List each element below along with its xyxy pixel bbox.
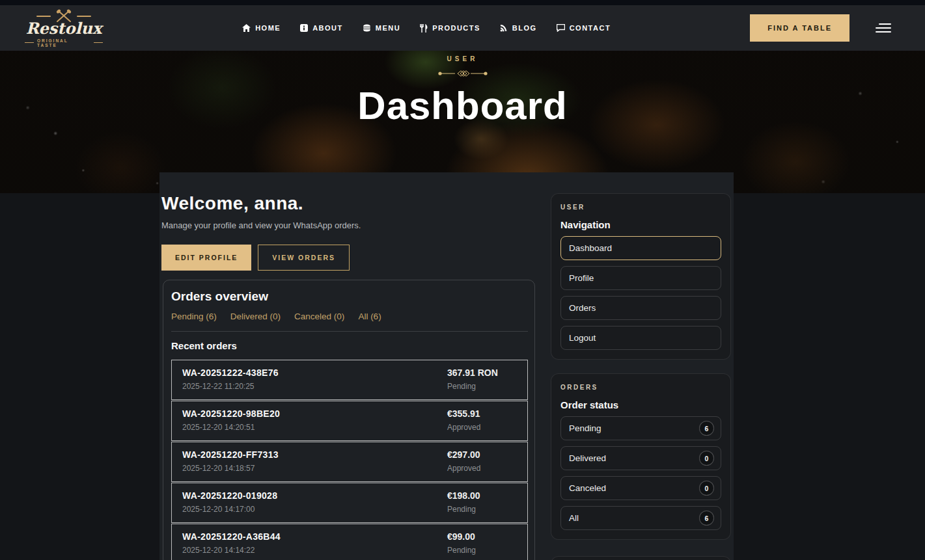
orders-overview-card: Orders overview Pending (6) Delivered (0…	[163, 280, 535, 560]
status-row-pending[interactable]: Pending 6	[560, 416, 721, 440]
burger-line	[879, 23, 891, 25]
order-meta: €355.91 Approved	[447, 408, 517, 432]
tab-all[interactable]: All (6)	[358, 312, 381, 321]
tab-delivered[interactable]: Delivered (0)	[230, 312, 281, 321]
view-orders-button[interactable]: VIEW ORDERS	[258, 245, 350, 271]
tab-canceled[interactable]: Canceled (0)	[294, 312, 344, 321]
nav-label: ABOUT	[312, 24, 343, 32]
status-row-all[interactable]: All 6	[560, 506, 721, 530]
order-status: Pending	[447, 382, 517, 391]
count-badge: 6	[699, 511, 714, 526]
nav-label: BLOG	[512, 24, 537, 32]
order-amount: €99.00	[447, 531, 517, 542]
info-icon	[300, 24, 308, 32]
nav-item-blog[interactable]: BLOG	[500, 24, 537, 33]
nav-label: PRODUCTS	[432, 24, 480, 32]
order-date: 2025-12-20 14:14:22	[182, 546, 447, 555]
nav-item-contact[interactable]: CONTACT	[557, 24, 611, 33]
order-meta: 367.91 RON Pending	[447, 367, 517, 391]
order-date: 2025-12-22 11:20:25	[182, 382, 447, 391]
order-id: WA-20251220-FF7313	[182, 449, 447, 460]
status-label: Canceled	[569, 483, 606, 493]
burger-food-icon	[363, 24, 371, 32]
tagline-dash	[94, 42, 103, 43]
nav-label: MENU	[376, 24, 400, 32]
order-info: WA-20251220-FF7313 2025-12-20 14:18:57	[182, 449, 447, 473]
user-card-label: USER	[560, 204, 721, 211]
order-amount: €198.00	[447, 490, 517, 501]
count-badge: 0	[699, 451, 714, 466]
orders-card-label: ORDERS	[560, 384, 721, 391]
order-id: WA-20251220-A36B44	[182, 531, 447, 542]
recent-orders-heading: Recent orders	[171, 340, 528, 351]
hamburger-menu-icon[interactable]	[876, 23, 891, 33]
status-row-canceled[interactable]: Canceled 0	[560, 476, 721, 500]
order-meta: €198.00 Pending	[447, 490, 517, 514]
order-amount: 367.91 RON	[447, 367, 517, 378]
nav-item-menu[interactable]: MENU	[363, 24, 400, 33]
order-status: Approved	[447, 423, 517, 432]
brand-logo[interactable]: Restolux ORIGINAL TASTE	[25, 9, 103, 47]
ornament-divider-icon	[437, 69, 488, 78]
blog-icon	[500, 24, 508, 32]
order-status-card: ORDERS Order status Pending 6 Delivered …	[551, 373, 731, 540]
sidebar: USER Navigation Dashboard Profile Orders…	[551, 193, 731, 560]
edit-profile-button[interactable]: EDIT PROFILE	[161, 245, 251, 271]
status-row-delivered[interactable]: Delivered 0	[560, 446, 721, 470]
order-date: 2025-12-20 14:18:57	[182, 464, 447, 473]
sidebar-item-dashboard[interactable]: Dashboard	[560, 236, 721, 260]
chat-icon	[557, 24, 565, 32]
burger-line	[876, 27, 891, 29]
order-id: WA-20251220-98BE20	[182, 408, 447, 419]
main-column: Welcome, anna. Manage your profile and v…	[161, 193, 538, 560]
status-label: Pending	[569, 423, 601, 433]
nav-label: HOME	[255, 24, 281, 32]
nav-item-products[interactable]: PRODUCTS	[420, 24, 480, 33]
order-list: WA-20251222-438E76 2025-12-22 11:20:25 3…	[171, 360, 528, 560]
orders-overview-title: Orders overview	[171, 289, 528, 304]
page-title: Dashboard	[357, 83, 567, 128]
navigation-heading: Navigation	[560, 219, 721, 230]
count-badge: 6	[699, 421, 714, 436]
order-status-heading: Order status	[560, 399, 721, 410]
home-icon	[242, 24, 251, 32]
order-row[interactable]: WA-20251220-A36B44 2025-12-20 14:14:22 €…	[171, 524, 528, 560]
order-info: WA-20251220-98BE20 2025-12-20 14:20:51	[182, 408, 447, 432]
count-badge: 0	[699, 481, 714, 496]
nav-item-home[interactable]: HOME	[242, 24, 281, 33]
user-navigation-card: USER Navigation Dashboard Profile Orders…	[551, 193, 731, 360]
burger-line	[876, 31, 891, 33]
order-date: 2025-12-20 14:20:51	[182, 423, 447, 432]
header: Restolux ORIGINAL TASTE HOME ABOUT MENU …	[0, 5, 925, 51]
order-status-rows: Pending 6 Delivered 0 Canceled 0 All 6	[560, 416, 721, 530]
order-row[interactable]: WA-20251220-98BE20 2025-12-20 14:20:51 €…	[171, 401, 528, 441]
nav-label: CONTACT	[570, 24, 611, 32]
order-id: WA-20251220-019028	[182, 490, 447, 501]
sidebar-item-orders[interactable]: Orders	[560, 296, 721, 320]
welcome-heading: Welcome, anna.	[161, 193, 538, 214]
divider	[171, 331, 528, 332]
tab-pending[interactable]: Pending (6)	[171, 312, 217, 321]
order-info: WA-20251222-438E76 2025-12-22 11:20:25	[182, 367, 447, 391]
hero-eyebrow: USER	[447, 55, 478, 62]
brand-tagline-text: ORIGINAL TASTE	[37, 38, 90, 47]
welcome-subtitle: Manage your profile and view your WhatsA…	[161, 220, 538, 230]
content-wrapper: Welcome, anna. Manage your profile and v…	[159, 172, 734, 560]
sidebar-item-profile[interactable]: Profile	[560, 266, 721, 290]
order-row[interactable]: WA-20251220-FF7313 2025-12-20 14:18:57 €…	[171, 442, 528, 482]
sidebar-item-logout[interactable]: Logout	[560, 326, 721, 350]
cutlery-icon	[420, 24, 428, 33]
order-row[interactable]: WA-20251220-019028 2025-12-20 14:17:00 €…	[171, 483, 528, 523]
find-a-table-button[interactable]: FIND A TABLE	[750, 14, 849, 42]
main-nav: HOME ABOUT MENU PRODUCTS BLOG CONTACT	[242, 24, 611, 33]
order-row[interactable]: WA-20251222-438E76 2025-12-22 11:20:25 3…	[171, 360, 528, 400]
order-filter-tabs: Pending (6) Delivered (0) Canceled (0) A…	[171, 312, 528, 321]
order-date: 2025-12-20 14:17:00	[182, 505, 447, 514]
order-amount: €355.91	[447, 408, 517, 419]
order-id: WA-20251222-438E76	[182, 367, 447, 378]
brand-tagline: ORIGINAL TASTE	[25, 38, 103, 47]
nav-item-about[interactable]: ABOUT	[300, 24, 343, 33]
order-info: WA-20251220-A36B44 2025-12-20 14:14:22	[182, 531, 447, 555]
status-label: Delivered	[569, 453, 606, 463]
action-buttons: EDIT PROFILE VIEW ORDERS	[161, 245, 538, 271]
